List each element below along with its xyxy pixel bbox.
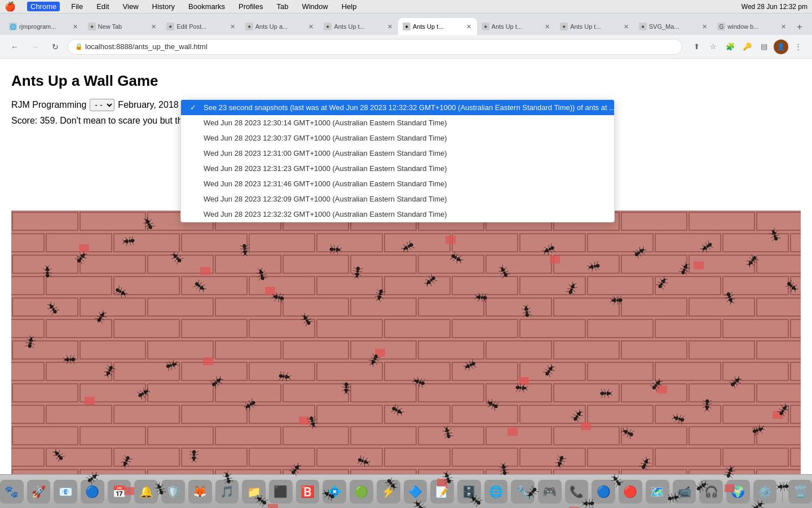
tab-t2[interactable]: ✦ New Tab ✕	[83, 18, 162, 35]
svg-line-475	[213, 379, 215, 382]
dropdown-item-5[interactable]: Wed Jun 28 2023 12:31:46 GMT+1000 (Austr…	[181, 176, 614, 191]
svg-line-1013	[761, 502, 765, 506]
back-button[interactable]: ←	[7, 39, 23, 55]
brick	[113, 405, 180, 424]
svg-line-425	[63, 357, 65, 360]
svg-line-715	[756, 426, 757, 430]
svg-point-37	[46, 271, 48, 274]
svg-line-473	[220, 378, 223, 381]
tab-t1[interactable]: 🌐 rjmprogram... ✕	[5, 18, 83, 35]
tab-t9[interactable]: ✦ SVG_Ma... ✕	[634, 18, 713, 35]
ant	[699, 239, 715, 255]
tab-close-t6[interactable]: ✕	[465, 23, 473, 31]
tab-close-t9[interactable]: ✕	[701, 23, 708, 31]
svg-line-908	[500, 472, 504, 475]
dropdown-item-6[interactable]: Wed Jun 28 2023 12:32:09 GMT+1000 (Austr…	[181, 191, 614, 207]
dropdown-item-2[interactable]: Wed Jun 28 2023 12:30:37 GMT+1000 (Austr…	[181, 130, 614, 146]
dock-item-app2[interactable]: 🅱️	[296, 480, 320, 503]
dropdown-item-3[interactable]: Wed Jun 28 2023 12:31:00 GMT+1000 (Austr…	[181, 146, 614, 161]
dock-item-launchpad[interactable]: 🚀	[27, 480, 51, 503]
tab-close-t4[interactable]: ✕	[307, 23, 315, 31]
brick	[11, 362, 45, 381]
ant	[609, 292, 625, 308]
tab-t10[interactable]: G window b... ✕	[713, 18, 792, 35]
menubar-tab[interactable]: Tab	[274, 2, 290, 11]
ant	[209, 374, 224, 390]
ant	[620, 425, 636, 441]
tab-t4[interactable]: ✦ Ants Up a... ✕	[241, 18, 320, 35]
forward-button[interactable]: →	[27, 39, 43, 55]
apple-menu-icon[interactable]: 🍎	[5, 1, 16, 12]
dock-item-browser2[interactable]: 🌐	[484, 480, 508, 503]
dock-item-finder[interactable]: 🐾	[0, 480, 24, 503]
svg-line-367	[708, 247, 710, 250]
tab-close-t5[interactable]: ✕	[386, 23, 394, 31]
tab-t6[interactable]: ✦ Ants Up t... ✕	[398, 18, 477, 35]
svg-point-62	[28, 344, 32, 348]
dropdown-item-4[interactable]: Wed Jun 28 2023 12:31:23 GMT+1000 (Austr…	[181, 161, 614, 176]
svg-line-644	[601, 389, 603, 392]
menubar-bookmarks[interactable]: Bookmarks	[186, 2, 227, 11]
tab-t7[interactable]: ✦ Ants Up t... ✕	[477, 18, 556, 35]
reload-button[interactable]: ↻	[47, 39, 63, 55]
svg-line-101	[173, 252, 176, 255]
menubar-file[interactable]: File	[69, 2, 85, 11]
dock-item-trash[interactable]: 🗑️	[788, 480, 812, 503]
menubar-edit[interactable]: Edit	[94, 2, 111, 11]
dock-item-mail[interactable]: 📧	[54, 480, 77, 503]
tab-close-t3[interactable]: ✕	[229, 23, 236, 31]
svg-point-685	[705, 403, 708, 405]
svg-line-187	[359, 271, 363, 272]
ant	[722, 465, 738, 480]
ant	[254, 267, 270, 283]
menubar: 🍎 Chrome File Edit View History Bookmark…	[0, 0, 812, 14]
brick	[215, 340, 281, 360]
dropdown-item-7[interactable]: Wed Jun 28 2023 12:32:32 GMT+1000 (Austr…	[181, 207, 614, 222]
menubar-profiles[interactable]: Profiles	[236, 2, 265, 11]
tab-close-t7[interactable]: ✕	[544, 23, 551, 31]
tab-close-t1[interactable]: ✕	[72, 23, 79, 31]
menubar-window[interactable]: Window	[299, 2, 330, 11]
tab-close-t10[interactable]: ✕	[780, 23, 787, 31]
svg-point-937	[588, 502, 590, 505]
tab-t8[interactable]: ✦ Ants Up t... ✕	[555, 18, 634, 35]
menubar-chrome[interactable]: Chrome	[27, 2, 60, 11]
tab-label-t8: Ants Up t...	[570, 23, 620, 30]
ant	[152, 481, 168, 497]
menubar-history[interactable]: History	[150, 2, 177, 11]
svg-line-619	[545, 369, 548, 371]
brick	[722, 448, 789, 467]
ant	[744, 253, 760, 269]
dock-item-game[interactable]: 🎮	[538, 480, 562, 503]
svg-line-526	[342, 387, 345, 387]
ant	[496, 264, 512, 280]
tab-close-t8[interactable]: ✕	[623, 23, 630, 31]
sidebar-button[interactable]: ▤	[757, 40, 771, 54]
svg-point-686	[705, 399, 709, 403]
password-button[interactable]: 🔑	[740, 40, 754, 54]
share-button[interactable]: ⬆	[689, 40, 704, 54]
brick	[790, 448, 801, 467]
tab-t3[interactable]: ✦ Edit Post... ✕	[162, 18, 241, 35]
extension-button[interactable]: 🧩	[723, 40, 738, 54]
month-dropdown[interactable]: - -	[90, 99, 114, 111]
menubar-right: Wed 28 Jun 12:32 pm	[742, 3, 807, 11]
profile-button[interactable]: 👤	[774, 40, 788, 54]
dock-item-terminal[interactable]: ⬛	[269, 480, 293, 503]
address-input-container[interactable]: 🔒 localhost:8888/ants_up_the_wall.html	[68, 39, 682, 55]
dropdown-item-0[interactable]: ✓See 23 second snapshots (last was at We…	[181, 100, 614, 115]
menu-button[interactable]: ⋮	[791, 40, 805, 54]
svg-line-803	[230, 480, 233, 482]
new-tab-button[interactable]: +	[792, 19, 807, 35]
tab-t5[interactable]: ✦ Ants Up t... ✕	[319, 18, 398, 35]
dock-item-firefox[interactable]: 🦊	[188, 480, 212, 503]
svg-line-1006	[731, 474, 734, 475]
menubar-help[interactable]: Help	[339, 2, 359, 11]
dropdown-item-1[interactable]: Wed Jun 28 2023 12:30:14 GMT+1000 (Austr…	[181, 115, 614, 130]
tab-close-t2[interactable]: ✕	[150, 23, 157, 31]
snapshot-dropdown[interactable]: ✓See 23 second snapshots (last was at We…	[180, 99, 615, 222]
bookmark-button[interactable]: ☆	[706, 40, 721, 54]
menubar-view[interactable]: View	[121, 2, 141, 11]
dock-item-app4[interactable]: 🟢	[350, 480, 373, 503]
tab-label-t10: window b...	[727, 23, 778, 30]
